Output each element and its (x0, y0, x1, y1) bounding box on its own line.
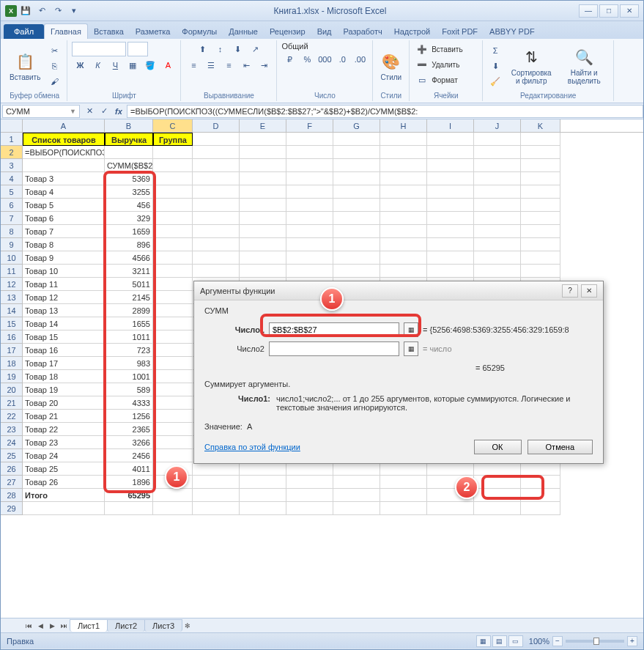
cell[interactable] (286, 185, 333, 199)
cell[interactable] (427, 185, 474, 199)
cell[interactable]: Товар 11 (23, 278, 105, 291)
zoom-out-icon[interactable]: − (552, 636, 563, 646)
cell[interactable] (380, 476, 427, 489)
row-header[interactable]: 24 (1, 436, 23, 449)
cell[interactable] (240, 265, 286, 278)
cell[interactable]: 456 (105, 199, 153, 212)
comma-icon[interactable]: 000 (317, 52, 333, 67)
cell[interactable] (333, 159, 380, 172)
cell[interactable] (240, 133, 286, 146)
cell[interactable] (240, 212, 286, 225)
cut-icon[interactable]: ✂ (46, 43, 62, 58)
cell[interactable]: Товар 22 (23, 423, 105, 436)
cell[interactable] (427, 265, 474, 278)
cell[interactable]: 896 (105, 238, 153, 251)
cell[interactable]: 723 (105, 344, 153, 357)
cell[interactable] (193, 251, 240, 265)
tab-review[interactable]: Рецензир (264, 24, 311, 39)
font-size-select[interactable] (127, 42, 148, 56)
cell[interactable]: =ВЫБОР(ПОИСКПОЗ((СУМ (23, 146, 105, 159)
cell[interactable] (240, 199, 286, 212)
cell[interactable] (153, 278, 193, 291)
cell[interactable] (427, 238, 474, 251)
cell[interactable] (521, 251, 560, 265)
cell[interactable]: Товар 20 (23, 396, 105, 410)
cell[interactable] (521, 265, 560, 278)
page-layout-icon[interactable]: ▤ (492, 635, 507, 647)
name-box[interactable]: СУММ ▼ (2, 105, 80, 118)
row-header[interactable]: 22 (1, 410, 23, 423)
cell[interactable] (333, 476, 380, 489)
zoom-in-icon[interactable]: + (627, 636, 637, 646)
cell[interactable] (23, 159, 105, 172)
col-header-e[interactable]: E (240, 119, 286, 132)
col-header-d[interactable]: D (193, 119, 240, 132)
cell[interactable] (286, 172, 333, 185)
cancel-formula-icon[interactable]: ✕ (83, 105, 96, 118)
cell[interactable]: 1011 (105, 330, 153, 344)
cell[interactable] (521, 133, 560, 146)
cell[interactable] (474, 212, 521, 225)
accept-formula-icon[interactable]: ✓ (97, 105, 111, 118)
tab-formulas[interactable]: Формулы (176, 24, 223, 39)
first-sheet-icon[interactable]: ⏮ (23, 620, 34, 632)
cell[interactable] (286, 159, 333, 172)
cell[interactable] (105, 146, 153, 159)
cell[interactable] (286, 133, 333, 146)
cell[interactable] (153, 251, 193, 265)
row-header[interactable]: 6 (1, 199, 23, 212)
cell[interactable]: Товар 19 (23, 383, 105, 396)
cell[interactable] (153, 146, 193, 159)
cell[interactable] (380, 462, 427, 476)
file-tab[interactable]: Файл (4, 24, 44, 39)
cell[interactable] (193, 489, 240, 502)
cell[interactable] (427, 146, 474, 159)
cell[interactable] (474, 265, 521, 278)
cell[interactable] (521, 185, 560, 199)
row-header[interactable]: 27 (1, 476, 23, 489)
cell[interactable] (521, 146, 560, 159)
bold-button[interactable]: Ж (72, 58, 88, 73)
cancel-button[interactable]: Отмена (528, 440, 593, 454)
redo-icon[interactable]: ↷ (51, 4, 65, 18)
arg2-input[interactable] (269, 341, 399, 356)
tab-abbyy[interactable]: ABBYY PDF (484, 24, 541, 39)
cell[interactable] (380, 251, 427, 265)
align-mid-icon[interactable]: ↕ (212, 42, 228, 56)
cell[interactable]: 2145 (105, 291, 153, 304)
row-header[interactable]: 21 (1, 396, 23, 410)
cell[interactable]: Товар 26 (23, 476, 105, 489)
cell[interactable] (380, 502, 427, 515)
cell[interactable]: 2365 (105, 423, 153, 436)
cell[interactable] (380, 489, 427, 502)
cell[interactable] (153, 291, 193, 304)
cell[interactable] (153, 357, 193, 370)
row-header[interactable]: 4 (1, 172, 23, 185)
cell[interactable] (474, 476, 521, 489)
align-top-icon[interactable]: ⬆ (194, 42, 210, 56)
find-button[interactable]: 🔍 Найти и выделить (559, 45, 609, 86)
cell[interactable]: 65295 (105, 489, 153, 502)
cell[interactable] (286, 212, 333, 225)
tab-developer[interactable]: Разработч (338, 24, 388, 39)
cell[interactable] (153, 199, 193, 212)
normal-view-icon[interactable]: ▦ (476, 635, 491, 647)
arg1-input[interactable] (269, 322, 399, 337)
format-label[interactable]: Формат (432, 76, 458, 84)
cell[interactable] (427, 159, 474, 172)
fx-icon[interactable]: fx (112, 105, 125, 118)
cell[interactable]: Выручка (105, 133, 153, 146)
insert-label[interactable]: Вставить (432, 45, 462, 53)
dec-decimal-icon[interactable]: .00 (352, 52, 368, 67)
tab-data[interactable]: Данные (223, 24, 264, 39)
cell[interactable] (333, 199, 380, 212)
cell[interactable] (286, 146, 333, 159)
tab-home[interactable]: Главная (44, 23, 88, 39)
zoom-slider[interactable] (566, 640, 624, 643)
fill-color-icon[interactable]: 🪣 (142, 58, 158, 73)
row-header[interactable]: 14 (1, 304, 23, 317)
cell[interactable] (333, 238, 380, 251)
cell[interactable] (286, 199, 333, 212)
underline-button[interactable]: Ч (107, 58, 123, 73)
cell[interactable] (240, 238, 286, 251)
